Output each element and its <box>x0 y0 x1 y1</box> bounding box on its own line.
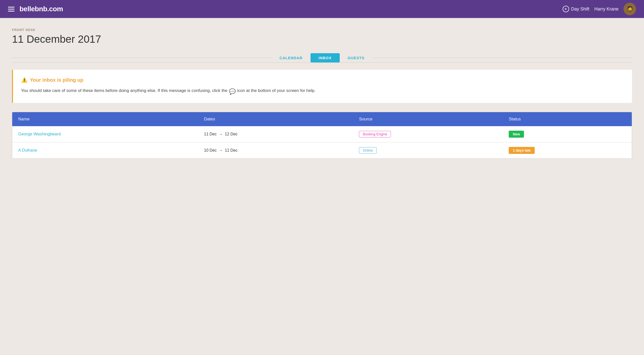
booking-dates: 10 Dec → 11 Dec <box>198 142 353 159</box>
section-label: FRONT DESK <box>12 28 632 32</box>
header-right: ☀ Day Shift Harry Krane 🧔 <box>563 3 636 15</box>
sun-icon: ☀ <box>563 6 569 12</box>
table-body: George Washingbeard11 Dec → 12 DecBookin… <box>12 126 632 158</box>
menu-button[interactable] <box>8 7 14 12</box>
chat-icon: 💬 <box>229 87 236 96</box>
booking-status: New <box>503 126 632 142</box>
page-title: 11 December 2017 <box>12 33 632 45</box>
booking-source: Online <box>353 142 503 159</box>
table-row: George Washingbeard11 Dec → 12 DecBookin… <box>12 126 632 142</box>
tab-line-right <box>372 58 632 58</box>
status-badge: 1 days late <box>509 147 535 154</box>
alert-body-text: You should take care of some of these it… <box>21 87 228 94</box>
avatar[interactable]: 🧔 <box>624 3 636 15</box>
main-header: bellebnb.com ☀ Day Shift Harry Krane 🧔 <box>0 0 644 18</box>
source-badge: Booking Engine <box>359 131 391 137</box>
header-left: bellebnb.com <box>8 5 63 13</box>
tabs: CALENDAR INBOX GUESTS <box>272 53 372 63</box>
alert-box: ⚠️ Your inbox is piling up You should ta… <box>12 70 632 103</box>
guest-name-link[interactable]: George Washingbeard <box>18 132 61 136</box>
day-shift-label: Day Shift <box>571 7 589 12</box>
page-content: FRONT DESK 11 December 2017 CALENDAR INB… <box>0 18 644 169</box>
tab-inbox[interactable]: INBOX <box>310 53 340 63</box>
day-shift-toggle[interactable]: ☀ Day Shift <box>563 6 589 12</box>
table-header: Name Dates Source Status <box>12 112 632 126</box>
table-row: A Dufrane10 Dec → 11 DecOnline1 days lat… <box>12 142 632 159</box>
tab-line-left <box>12 58 272 58</box>
source-badge: Online <box>359 147 376 154</box>
tab-calendar[interactable]: CALENDAR <box>272 53 310 63</box>
bookings-table: Name Dates Source Status George Washingb… <box>12 112 632 158</box>
alert-body-end: icon at the bottom of your screen for he… <box>237 87 316 94</box>
user-name: Harry Krane <box>594 7 618 12</box>
bookings-table-container: Name Dates Source Status George Washingb… <box>12 112 632 159</box>
guest-name-link[interactable]: A Dufrane <box>18 148 37 153</box>
tabs-container: CALENDAR INBOX GUESTS <box>12 53 632 63</box>
status-badge: New <box>509 131 524 138</box>
booking-source: Booking Engine <box>353 126 503 142</box>
avatar-emoji: 🧔 <box>626 6 633 12</box>
warning-icon: ⚠️ <box>21 77 28 83</box>
alert-title-text: Your inbox is piling up <box>30 77 83 83</box>
tab-guests[interactable]: GUESTS <box>340 53 373 63</box>
alert-body: You should take care of some of these it… <box>21 87 624 96</box>
col-name: Name <box>12 112 198 126</box>
brand-logo: bellebnb.com <box>20 5 63 13</box>
col-source: Source <box>353 112 503 126</box>
col-dates: Dates <box>198 112 353 126</box>
col-status: Status <box>503 112 632 126</box>
alert-title: ⚠️ Your inbox is piling up <box>21 77 624 83</box>
booking-dates: 11 Dec → 12 Dec <box>198 126 353 142</box>
booking-status: 1 days late <box>503 142 632 159</box>
